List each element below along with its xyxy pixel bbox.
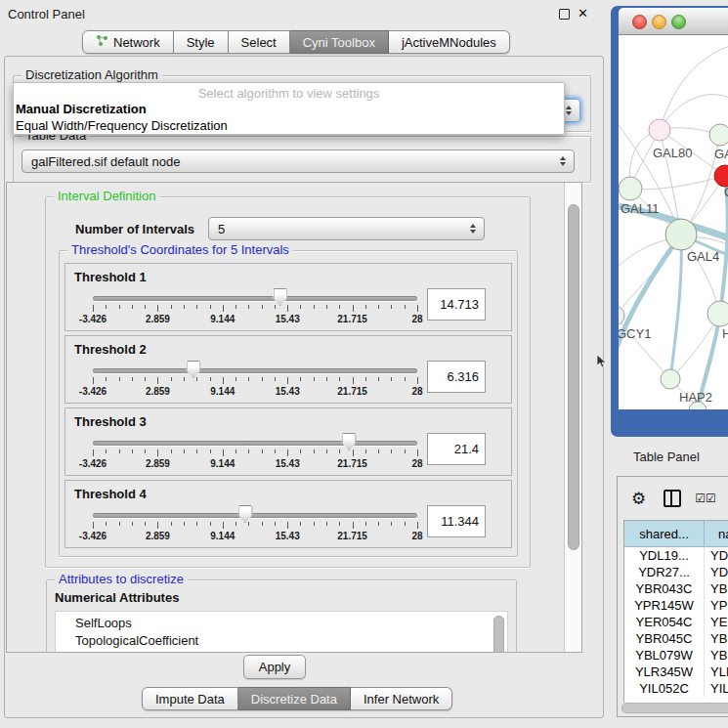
- network-node[interactable]: [714, 165, 728, 187]
- popup-prompt: Select algorithm to view settings: [14, 83, 564, 101]
- cell-name[interactable]: YBR0: [705, 580, 728, 597]
- horizontal-scrollbar[interactable]: [621, 703, 728, 713]
- close-traffic-light[interactable]: [632, 15, 647, 29]
- slider-thumb[interactable]: [342, 433, 357, 450]
- cell-shared-name[interactable]: YER054C: [624, 614, 705, 630]
- numerical-attributes-list[interactable]: SelfLoopsTopologicalCoefficientBetweenne…: [55, 611, 508, 653]
- network-node[interactable]: [709, 124, 728, 146]
- slider-track[interactable]: [93, 513, 417, 518]
- slider-track[interactable]: [93, 441, 417, 446]
- table-row[interactable]: YPR145WYPR1: [624, 597, 728, 614]
- cell-shared-name[interactable]: YIL052C: [624, 680, 705, 697]
- cell-name[interactable]: YLR3: [705, 664, 728, 680]
- cell-name[interactable]: YBR0: [705, 630, 728, 647]
- node-label: GCY1: [619, 326, 651, 341]
- tick-mark: [236, 305, 236, 309]
- threshold-3-slider[interactable]: -3.4262.8599.14415.4321.71528: [93, 441, 417, 446]
- network-node[interactable]: [707, 301, 728, 326]
- cell-name[interactable]: YBL0: [705, 647, 728, 664]
- threshold-4-slider[interactable]: -3.4262.8599.14415.4321.71528: [93, 513, 417, 518]
- minimize-traffic-light[interactable]: [652, 15, 666, 29]
- cell-shared-name[interactable]: YPR145W: [624, 597, 705, 614]
- tick-mark: [353, 377, 354, 384]
- tab-infer-network[interactable]: Infer Network: [351, 687, 452, 710]
- slider-thumb[interactable]: [273, 288, 287, 306]
- network-node[interactable]: [665, 219, 697, 250]
- threshold-value-field[interactable]: 21.4: [427, 433, 486, 465]
- network-node[interactable]: [619, 306, 624, 325]
- spinner-arrows-icon: [560, 156, 566, 166]
- close-icon[interactable]: ✕: [578, 6, 588, 21]
- column-header-name[interactable]: name: [705, 521, 728, 546]
- cell-shared-name[interactable]: YLR345W: [624, 664, 705, 680]
- threshold-2-panel: Threshold 2 -3.4262.8599.14415.4321.7152…: [64, 335, 512, 404]
- checkbox-icons[interactable]: ☑☑: [695, 492, 716, 505]
- table-row[interactable]: YLR345WYLR3: [624, 664, 728, 680]
- tab-cyni-toolbox[interactable]: Cyni Toolbox: [290, 30, 389, 54]
- tick-mark: [106, 305, 107, 309]
- threshold-2-slider[interactable]: -3.4262.8599.14415.4321.71528: [93, 368, 417, 373]
- threshold-value-field[interactable]: 6.316: [427, 361, 486, 393]
- slider-thumb[interactable]: [186, 361, 200, 378]
- table-row[interactable]: YIL052CYIL0: [624, 680, 728, 697]
- threshold-value-field[interactable]: 11.344: [427, 505, 486, 537]
- table-row[interactable]: YDL19...YDL1: [624, 547, 728, 564]
- slider-track[interactable]: [93, 296, 417, 301]
- attribute-list-item[interactable]: TopologicalCoefficient: [75, 632, 507, 650]
- popup-option-equal-width-frequency[interactable]: Equal Width/Frequency Discretization: [14, 117, 564, 134]
- cell-name[interactable]: YPR1: [705, 597, 728, 614]
- slider-track[interactable]: [93, 368, 417, 373]
- slider-thumb[interactable]: [238, 505, 253, 523]
- popup-option-manual-discretization[interactable]: Manual Discretization: [14, 101, 564, 117]
- tab-label: Network: [113, 35, 160, 50]
- network-view-window[interactable]: GAL80GACGAL11GAL4GCY1HHAP2: [611, 6, 728, 437]
- cell-name[interactable]: YDL1: [705, 547, 728, 564]
- network-node[interactable]: [661, 369, 680, 389]
- table-row[interactable]: YBL079WYBL0: [624, 647, 728, 664]
- gear-icon[interactable]: ⚙: [631, 489, 646, 509]
- tick-mark: [339, 305, 340, 309]
- tab-impute-data[interactable]: Impute Data: [142, 687, 238, 710]
- network-node[interactable]: [649, 119, 670, 141]
- cell-shared-name[interactable]: YBR043C: [624, 580, 705, 597]
- number-of-intervals-value: 5: [218, 222, 225, 236]
- table-row[interactable]: YER054CYER0: [624, 614, 728, 630]
- float-window-icon[interactable]: [559, 9, 570, 20]
- cell-name[interactable]: YIL0: [705, 680, 728, 697]
- table-row[interactable]: YBR043CYBR0: [624, 580, 728, 597]
- cell-shared-name[interactable]: YDR27...: [624, 564, 705, 580]
- tab-network[interactable]: Network: [82, 30, 174, 54]
- zoom-traffic-light[interactable]: [671, 15, 686, 29]
- attribute-list-item[interactable]: BetweennessCentrality: [75, 650, 507, 653]
- cell-name[interactable]: YER0: [705, 614, 728, 630]
- tick-mark: [184, 450, 185, 453]
- threshold-value-field[interactable]: 14.713: [427, 288, 486, 321]
- cell-shared-name[interactable]: YDL19...: [624, 547, 705, 564]
- table-row[interactable]: YBR045CYBR0: [624, 630, 728, 647]
- attribute-list-item[interactable]: SelfLoops: [75, 615, 507, 632]
- network-node[interactable]: [619, 177, 642, 200]
- number-of-intervals-select[interactable]: 5: [208, 217, 485, 240]
- vertical-scrollbar[interactable]: [564, 183, 581, 652]
- scrollbar-thumb[interactable]: [568, 204, 579, 550]
- list-scrollbar[interactable]: [493, 616, 504, 653]
- tab-discretize-data[interactable]: Discretize Data: [238, 687, 351, 710]
- threshold-label: Threshold 1: [74, 270, 147, 284]
- tick-mark: [106, 522, 107, 526]
- cell-shared-name[interactable]: YBL079W: [624, 647, 705, 664]
- apply-button[interactable]: Apply: [243, 655, 306, 679]
- cell-shared-name[interactable]: YBR045C: [624, 630, 705, 647]
- threshold-1-slider[interactable]: -3.4262.8599.14415.4321.71528: [93, 296, 417, 301]
- network-window-titlebar[interactable]: [619, 8, 728, 35]
- table-data-select[interactable]: galFiltered.sif default node: [21, 150, 575, 173]
- column-header-shared[interactable]: shared...: [624, 521, 705, 546]
- tick-mark: [184, 305, 185, 309]
- network-canvas[interactable]: GAL80GACGAL11GAL4GCY1HHAP2: [619, 35, 728, 409]
- cell-name[interactable]: YDR2: [705, 564, 728, 580]
- group-title: Attributes to discretize: [55, 572, 188, 586]
- columns-icon[interactable]: [664, 490, 681, 507]
- tab-style[interactable]: Style: [174, 30, 229, 54]
- tab-select[interactable]: Select: [229, 30, 290, 54]
- table-row[interactable]: YDR27...YDR2: [624, 564, 728, 580]
- tab-jactivemnodules[interactable]: jActiveMNodules: [389, 30, 510, 54]
